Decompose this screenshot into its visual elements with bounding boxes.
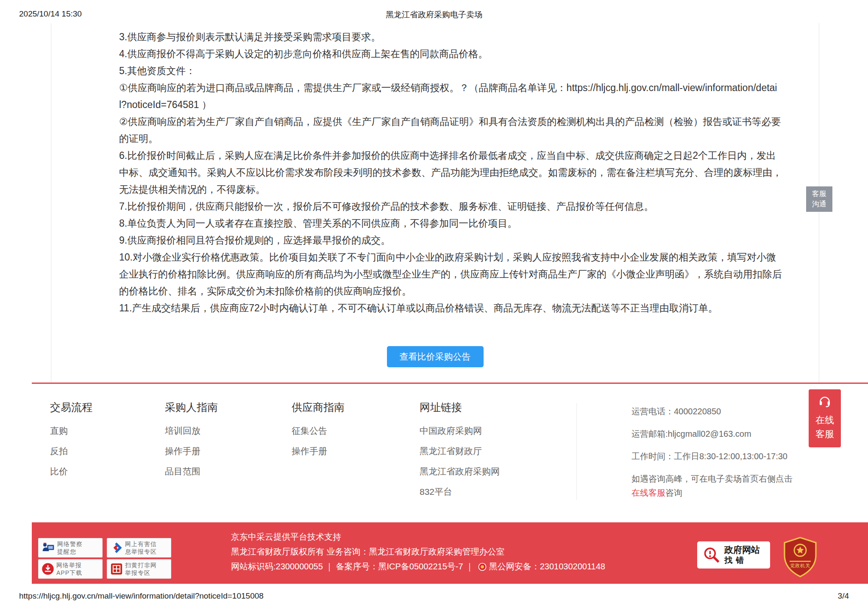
footer-link[interactable]: 反拍 [50,447,92,455]
online-service-link[interactable]: 在线客服 [632,488,665,497]
footer-link[interactable]: 832平台 [420,487,500,496]
headset-icon [818,395,832,411]
shield-icon [783,537,818,578]
footer-link[interactable]: 黑龙江省财政厅 [420,447,500,455]
report-app-download-badge[interactable]: 网络举报 APP下载 [38,559,103,579]
contact-hours: 工作时间：工作日8:30-12:00,13:00-17:30 [632,450,793,463]
contact-peak-suffix: 咨询 [665,488,682,497]
print-page: 2025/10/14 15:30 黑龙江省政府采购电子卖场 3.供应商参与报价则… [0,0,868,613]
print-title: 黑龙江省政府采购电子卖场 [0,9,868,20]
party-badge-label: 党政机关 [783,563,818,569]
footer-column-title: 网址链接 [420,400,500,414]
footer-column-url-links: 网址链接 中国政府采购网 黑龙江省财政厅 黑龙江省政府采购网 832平台 [420,400,500,508]
badge-label: 网络举报 APP下载 [56,561,82,577]
public-security-emblem-icon [478,563,487,571]
footer-column-title: 交易流程 [50,400,92,414]
notice-paragraph: 11.产生成交结果后，供应商应72小时内确认订单，不可不确认订单或以商品价格错误… [119,300,782,316]
footer-link[interactable]: 品目范围 [165,467,218,476]
footer-top-divider [32,383,868,384]
notice-paragraph: 5.其他资质文件： [119,62,782,79]
notice-content-box: 3.供应商参与报价则表示默认满足并接受采购需求项目要求。 4.供应商报价不得高于… [51,23,819,383]
online-service-tab[interactable]: 在线 客服 [809,389,841,447]
gov-badge-label: 政府网站 找错 [724,544,760,566]
print-url: https://hljcg.hlj.gov.cn/mall-view/infor… [19,591,264,601]
page-indicator: 3/4 [838,591,849,601]
contact-email: 运营邮箱:hljcgmall02@163.com [632,427,793,440]
download-icon [42,563,54,575]
footer-link[interactable]: 操作手册 [165,447,218,455]
notice-paragraph: 9.供应商报价相同且符合报价规则的，应选择最早报价的成交。 [119,232,782,249]
contact-peak-line2: 在线客服咨询 [632,486,793,499]
footer-column-supplier-guide: 供应商指南 征集公告 操作手册 [292,400,345,467]
online-tab-line2: 客服 [815,427,834,441]
public-security-number: 黑公网安备：23010302001148 [489,559,605,574]
notice-paragraph: 10.对小微企业实行价格优惠政策。比价项目如关联了不专门面向中小企业的政府采购计… [119,249,782,300]
magnifier-icon [702,546,721,564]
footer-contact-block: 运营电话：4000220850 运营邮箱:hljcgmall02@163.com… [632,405,793,509]
contact-phone: 运营电话：4000220850 [632,405,793,418]
registration-line: 网站标识码:2300000055 ｜ 备案序号：黑ICP备05002215号-7… [231,559,605,574]
contact-peak-notice: 如遇咨询高峰，可在电子卖场首页右侧点击 [632,472,793,485]
platform-support-line: 京东中采云提供平台技术支持 [231,530,605,544]
footer-link[interactable]: 黑龙江省政府采购网 [420,467,500,476]
chat-tab-line2: 沟通 [812,199,826,209]
footer-link[interactable]: 比价 [50,467,92,476]
footer-link[interactable]: 操作手册 [292,447,345,455]
police-icon [42,541,55,555]
badge-label: 扫黄打非网 举报专区 [125,561,157,577]
footer-column-trade-process: 交易流程 直购 反拍 比价 [50,400,92,487]
footer-link[interactable]: 直购 [50,426,92,435]
footer-column-purchaser-guide: 采购人指南 培训回放 操作手册 品目范围 [165,400,218,487]
chat-tab-line1: 客服 [812,189,826,199]
footer-vertical-divider [576,403,577,500]
footer-link[interactable]: 征集公告 [292,426,345,435]
notice-paragraph: ②供应商响应的若为生产厂家自产自销商品，应提供《生产厂家自产自销商品证明》和具有… [119,113,782,147]
gov-site-error-report-badge[interactable]: 政府网站 找错 [697,541,770,569]
notice-paragraph: 7.比价报价期间，供应商只能报价一次，报价后不可修改报价产品的技术参数、服务标准… [119,198,782,215]
notice-paragraph: 3.供应商参与报价则表示默认满足并接受采购需求项目要求。 [119,28,782,45]
badge-label: 网上有害信 息举报专区 [125,540,157,555]
report-diamond-icon [110,541,123,554]
footer-link[interactable]: 培训回放 [165,426,218,435]
anti-pornography-badge[interactable]: 扫黄打非网 举报专区 [107,559,171,579]
footer-column-title: 采购人指南 [165,400,218,414]
bottom-bar: 网络警察 提醒您 网上有害信 息举报专区 [32,522,868,584]
badge-label: 网络警察 提醒您 [57,540,83,555]
notice-paragraph: 6.比价报价时间截止后，采购人应在满足比价条件并参加报价的供应商中选择排名价最低… [119,147,782,198]
online-tab-line1: 在线 [815,413,834,427]
view-announcement-button[interactable]: 查看比价采购公告 [387,346,484,367]
notice-rules-text: 3.供应商参与报价则表示默认满足并接受采购需求项目要求。 4.供应商报价不得高于… [119,28,782,316]
notice-paragraph: ①供应商响应的若为进口商品或品牌商品，需提供生产厂家或一级经销商授权。？（品牌商… [119,79,782,113]
site-code-icp-text: 网站标识码:2300000055 ｜ 备案序号：黑ICP备05002215号-7… [231,559,474,574]
party-gov-shield-badge[interactable]: 党政机关 [783,537,818,578]
footer-link[interactable]: 中国政府采购网 [420,426,500,435]
seal-icon [110,563,123,575]
bottom-bar-text: 京东中采云提供平台技术支持 黑龙江省财政厅版权所有 业务咨询：黑龙江省财政厅政府… [231,530,605,574]
cyber-police-badge[interactable]: 网络警察 提醒您 [38,538,103,558]
chat-service-tab[interactable]: 客服 沟通 [806,186,832,212]
footer-column-title: 供应商指南 [292,400,345,414]
notice-paragraph: 4.供应商报价不得高于采购人设定的初步意向价格和供应商上架在售的同款商品价格。 [119,45,782,62]
notice-paragraph: 8.单位负责人为同一人或者存在直接控股、管理关系的不同供应商，不得参加同一比价项… [119,215,782,232]
harmful-info-report-badge[interactable]: 网上有害信 息举报专区 [107,538,171,558]
copyright-line: 黑龙江省财政厅版权所有 业务咨询：黑龙江省财政厅政府采购管理办公室 [231,544,605,559]
